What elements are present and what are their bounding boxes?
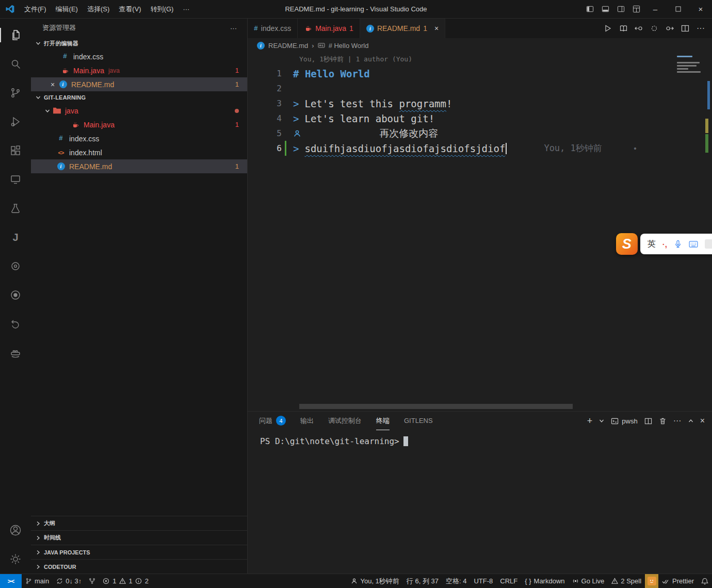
java-projects-section[interactable]: JAVA PROJECTS	[31, 545, 247, 559]
branch-status[interactable]: main	[22, 574, 53, 588]
settings-gear-icon[interactable]	[0, 545, 31, 574]
menu-selection[interactable]: 选择(S)	[83, 3, 114, 15]
menu-edit[interactable]: 编辑(E)	[51, 3, 83, 15]
panel-tab-terminal[interactable]: 终端	[376, 412, 390, 430]
prettier-status[interactable]: Prettier	[658, 574, 698, 588]
remote-indicator[interactable]: ><	[0, 574, 22, 588]
microphone-icon[interactable]	[674, 240, 682, 248]
kill-terminal-icon[interactable]	[659, 417, 667, 425]
horizontal-scrollbar[interactable]	[299, 404, 573, 409]
prev-change-icon[interactable]	[632, 21, 646, 36]
testing-icon[interactable]	[0, 194, 31, 223]
close-tab-icon[interactable]: ×	[434, 24, 439, 32]
menu-view[interactable]: 查看(V)	[114, 3, 145, 15]
cursor-position-status[interactable]: 行 6, 列 37	[403, 574, 442, 588]
spell-checker-status[interactable]: 2 Spell	[608, 574, 645, 588]
search-icon[interactable]	[0, 50, 31, 78]
outline-section[interactable]: 大纲	[31, 516, 247, 530]
git-graph-status[interactable]	[85, 574, 99, 588]
run-debug-icon[interactable]	[0, 107, 31, 136]
extensions-icon[interactable]	[0, 136, 31, 165]
encoding-status[interactable]: UTF-8	[470, 574, 496, 588]
next-change-icon[interactable]	[662, 21, 677, 36]
tab-main-java[interactable]: Main.java 1	[298, 19, 360, 38]
terminal-output[interactable]: PS D:\git\note\git-learning>	[248, 430, 712, 446]
eol-status[interactable]: CRLF	[496, 574, 521, 588]
indentation-status[interactable]: 空格: 4	[442, 574, 470, 588]
open-editors-section[interactable]: 打开的编辑器	[31, 37, 247, 50]
new-terminal-icon[interactable]: +	[587, 416, 593, 427]
split-editor-icon[interactable]	[678, 21, 692, 36]
orange-extension-icon[interactable]	[645, 574, 658, 588]
panel-tab-gitlens[interactable]: GITLENS	[404, 412, 433, 430]
codetour-section[interactable]: CODETOUR	[31, 559, 247, 574]
ime-toolbox-icon[interactable]	[705, 239, 712, 249]
virtual-keyboard-icon[interactable]	[689, 240, 698, 248]
more-actions-icon[interactable]: ···	[693, 21, 708, 36]
tree-item-main-java[interactable]: Main.java 1	[31, 118, 247, 132]
revision-icon[interactable]	[647, 21, 661, 36]
java-extension-icon[interactable]: J	[0, 223, 31, 252]
open-editor-item[interactable]: # index.css	[31, 50, 247, 63]
close-window-button[interactable]: ×	[689, 0, 712, 18]
tree-item-folder-java[interactable]: java	[31, 104, 247, 118]
tree-item-index-html[interactable]: <> index.html	[31, 145, 247, 159]
ime-punctuation-icon[interactable]: ·,	[662, 240, 667, 249]
split-terminal-icon[interactable]	[644, 417, 652, 425]
tree-item-index-css[interactable]: # index.css	[31, 132, 247, 145]
codetour-icon[interactable]	[0, 309, 31, 338]
terminal-profile-pwsh[interactable]: pwsh	[611, 417, 637, 425]
close-panel-icon[interactable]: ×	[700, 416, 705, 426]
customize-layout-icon[interactable]	[628, 0, 644, 18]
panel-more-actions-icon[interactable]: ···	[673, 416, 682, 426]
breadcrumb-symbol[interactable]: # Hello World	[329, 42, 369, 50]
terminal-dropdown-icon[interactable]	[599, 418, 604, 423]
overview-ruler[interactable]	[705, 53, 712, 411]
code-line-2[interactable]: 2	[248, 81, 712, 96]
sidebar-more-actions-icon[interactable]: ···	[230, 24, 237, 32]
breadcrumb-file[interactable]: README.md	[268, 42, 308, 50]
breadcrumb[interactable]: i README.md › # Hello World	[248, 38, 712, 53]
close-editor-icon[interactable]: ×	[47, 80, 58, 89]
gitlens-file-blame[interactable]: You, 1秒钟前 | 1 author (You)	[248, 53, 712, 66]
scrollbar-thumb[interactable]	[707, 81, 710, 109]
panel-tab-debug-console[interactable]: 调试控制台	[328, 412, 362, 430]
tab-index-css[interactable]: # index.css	[248, 19, 298, 38]
panel-tab-problems[interactable]: 问题 4	[259, 412, 286, 430]
open-editor-item[interactable]: Main.java java 1	[31, 63, 247, 77]
tree-item-readme[interactable]: i README.md 1	[31, 159, 247, 173]
timeline-section[interactable]: 时间线	[31, 530, 247, 545]
code-line-6-current[interactable]: 6 >sduifhjasdiuofjasdiofajsdiofsjdiofYou…	[248, 141, 712, 156]
run-file-icon[interactable]	[601, 21, 615, 36]
maximize-button[interactable]	[667, 0, 689, 18]
account-icon[interactable]	[0, 516, 31, 545]
open-editor-item-active[interactable]: × i README.md 1	[31, 77, 247, 91]
ime-language-mode[interactable]: 英	[648, 239, 656, 250]
menu-file[interactable]: 文件(F)	[20, 3, 51, 15]
toggle-panel-icon[interactable]	[597, 0, 613, 18]
remote-explorer-icon[interactable]	[0, 165, 31, 194]
code-line-5[interactable]: 5 再次修改内容	[248, 126, 712, 141]
tab-readme-md[interactable]: i README.md 1 ×	[360, 19, 445, 38]
notifications-bell-icon[interactable]	[698, 574, 712, 588]
minimap[interactable]	[677, 56, 704, 74]
project-section[interactable]: GIT-LEARNING	[31, 91, 247, 104]
gitlens-icon[interactable]	[0, 252, 31, 281]
language-mode-status[interactable]: { } Markdown	[521, 574, 568, 588]
toggle-sidebar-icon[interactable]	[582, 0, 597, 18]
code-line-1[interactable]: 1 # Hello World	[248, 66, 712, 81]
panel-tab-output[interactable]: 输出	[300, 412, 314, 430]
docker-icon[interactable]	[0, 338, 31, 367]
record-icon[interactable]	[0, 281, 31, 309]
code-editor[interactable]: You, 1秒钟前 | 1 author (You) 1 # Hello Wor…	[248, 53, 712, 411]
menu-more-icon[interactable]: ···	[178, 5, 194, 13]
explorer-icon[interactable]	[0, 21, 31, 50]
go-live-status[interactable]: Go Live	[569, 574, 608, 588]
maximize-panel-icon[interactable]	[688, 418, 693, 423]
sync-status[interactable]: 0↓ 3↑	[53, 574, 85, 588]
toggle-secondary-sidebar-icon[interactable]	[613, 0, 628, 18]
open-preview-icon[interactable]	[616, 21, 630, 36]
menu-goto[interactable]: 转到(G)	[146, 3, 179, 15]
minimize-button[interactable]: –	[644, 0, 667, 18]
blame-status[interactable]: You, 1秒钟前	[347, 574, 402, 588]
